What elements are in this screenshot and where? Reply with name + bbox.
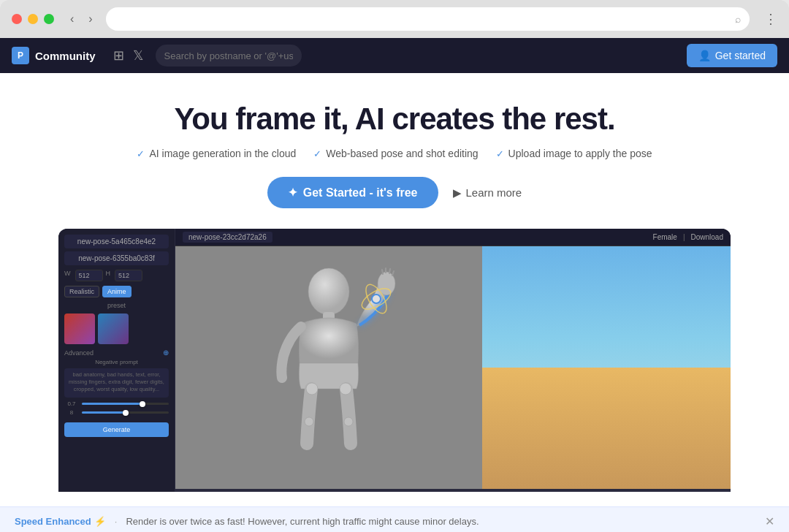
width-label: W [64, 270, 71, 281]
neg-prompt-label: Negative prompt [64, 359, 169, 365]
nav-get-started-button[interactable]: 👤 Get started [687, 44, 777, 67]
size-row: W H [64, 270, 169, 281]
user-icon: 👤 [698, 50, 711, 61]
sidebar: new-pose-5a465c8e4e2 new-pose-6355ba0c83… [58, 229, 175, 492]
height-label: H [106, 270, 111, 281]
address-bar[interactable]: ⌕ [106, 7, 750, 31]
sand-bg [482, 368, 731, 489]
negative-prompt[interactable]: bad anatomy, bad hands, text, error, mis… [64, 368, 169, 398]
svg-line-6 [392, 271, 394, 276]
minimize-button[interactable] [28, 14, 38, 24]
svg-line-3 [382, 270, 383, 274]
pose-thumb-2[interactable] [98, 314, 129, 344]
svg-point-9 [372, 294, 381, 303]
svg-point-0 [308, 268, 349, 315]
check-icon-2: ✓ [313, 148, 321, 159]
discord-icon[interactable]: ⊞ [113, 48, 124, 64]
pose-thumb-1[interactable] [64, 314, 95, 344]
notif-separator: · [115, 516, 118, 527]
width-input[interactable] [75, 270, 103, 281]
pose-panel [175, 246, 482, 489]
style-anime-button[interactable]: Anime [102, 286, 132, 297]
check-icon-1: ✓ [137, 148, 145, 159]
generate-button[interactable]: Generate [64, 422, 169, 437]
speed-icon: ⚡ [94, 516, 106, 527]
preset-label: preset [64, 302, 169, 309]
slider1-label: 0.7 [64, 400, 79, 407]
learn-more-label: Learn more [466, 186, 522, 199]
svg-point-13 [344, 417, 353, 426]
traffic-lights [12, 14, 54, 24]
generate-btn-area: Generate [64, 422, 169, 437]
nav-search-input[interactable] [156, 45, 302, 66]
get-started-button[interactable]: ✦ Get Started - it's free [267, 177, 438, 208]
browser-menu-icon[interactable]: ⋮ [764, 11, 777, 27]
svg-point-10 [306, 383, 318, 395]
notification-message: Render is over twice as fast! However, c… [126, 516, 479, 527]
anime-panel [482, 246, 731, 489]
svg-point-12 [305, 417, 313, 426]
female-label: Female [653, 233, 677, 241]
forward-button[interactable]: › [84, 11, 96, 27]
app-screenshot: new-pose-5a465c8e4e2 new-pose-6355ba0c83… [58, 229, 731, 492]
features-row: ✓ AI image generation in the cloud ✓ Web… [15, 148, 774, 159]
nav-logo: P Community [12, 47, 96, 64]
canvas-tab[interactable]: new-pose-23cc2d72a26 [183, 232, 272, 243]
feature-item-2: ✓ Web-based pose and shot editing [313, 148, 478, 159]
height-input[interactable] [115, 270, 142, 281]
feature-item-1: ✓ AI image generation in the cloud [137, 148, 296, 159]
nav-bar: P Community ⊞ 𝕏 👤 Get started [0, 38, 789, 73]
download-label[interactable]: Download [691, 233, 723, 241]
main-content: You frame it, AI creates the rest. ✓ AI … [0, 73, 789, 506]
mannequin-svg [248, 254, 409, 466]
notification-bar: Speed Enhanced ⚡ · Render is over twice … [0, 506, 789, 532]
svg-point-11 [340, 383, 351, 395]
nav-social: ⊞ 𝕏 [113, 48, 144, 64]
style-buttons: Realistic Anime [64, 286, 169, 297]
feature-label-3: Upload image to apply the pose [508, 148, 652, 159]
speed-label: Speed Enhanced [15, 516, 91, 527]
get-started-label: Get started [715, 50, 766, 61]
advanced-toggle[interactable]: ⊕ [163, 349, 169, 357]
maximize-button[interactable] [44, 14, 54, 24]
canvas-controls: Female | Download [653, 233, 723, 241]
nav-buttons: ‹ › [66, 11, 97, 27]
style-realistic-button[interactable]: Realistic [64, 286, 99, 297]
canvas-area: new-pose-23cc2d72a26 Female | Download [175, 229, 731, 492]
canvas-header: new-pose-23cc2d72a26 Female | Download [175, 229, 731, 246]
svg-line-5 [389, 269, 390, 273]
advanced-section: Advanced ⊕ [64, 349, 169, 357]
sky-bg [482, 246, 731, 380]
feature-label-2: Web-based pose and shot editing [326, 148, 478, 159]
slider1-track[interactable] [82, 403, 169, 405]
cta-row: ✦ Get Started - it's free ▶ Learn more [15, 177, 774, 208]
sidebar-item-2[interactable]: new-pose-6355ba0c83f [64, 251, 169, 265]
sidebar-item-1[interactable]: new-pose-5a465c8e4e2 [64, 235, 169, 248]
slider2-row: 8 [64, 409, 169, 416]
learn-more-button[interactable]: ▶ Learn more [453, 186, 522, 200]
pose-thumbnails [64, 314, 169, 344]
slider2-label: 8 [64, 409, 79, 416]
twitter-icon[interactable]: 𝕏 [133, 48, 144, 64]
feature-item-3: ✓ Upload image to apply the pose [496, 148, 652, 159]
close-button[interactable] [12, 14, 22, 24]
hero-title: You frame it, AI creates the rest. [15, 102, 774, 136]
address-search-icon: ⌕ [735, 13, 741, 25]
notification-close-button[interactable]: ✕ [765, 514, 774, 528]
check-icon-3: ✓ [496, 148, 504, 159]
feature-label-1: AI image generation in the cloud [149, 148, 296, 159]
cta-label: Get Started - it's free [303, 186, 418, 200]
slider2-track[interactable] [82, 411, 169, 414]
advanced-label: Advanced [64, 349, 94, 357]
canvas-body [175, 246, 731, 489]
back-button[interactable]: ‹ [66, 11, 78, 27]
learn-more-icon: ▶ [453, 186, 462, 200]
logo-label: Community [35, 50, 96, 62]
speed-badge: Speed Enhanced ⚡ [15, 516, 106, 527]
slider1-row: 0.7 [64, 400, 169, 407]
logo-icon: P [12, 47, 29, 64]
browser-window: ‹ › ⌕ ⋮ P Community ⊞ 𝕏 👤 Get started Yo… [0, 0, 789, 532]
title-bar: ‹ › ⌕ ⋮ [0, 0, 789, 38]
cta-icon: ✦ [288, 186, 297, 200]
